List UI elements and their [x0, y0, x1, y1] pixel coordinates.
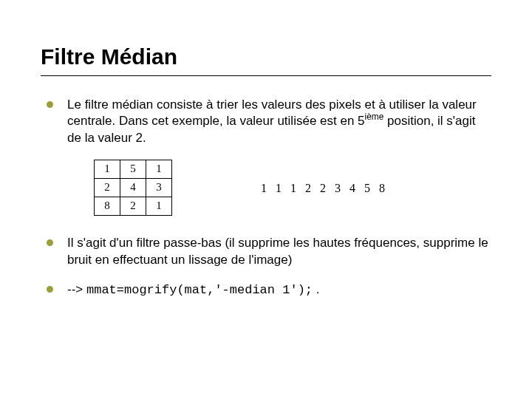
bullet-item-3: --> mmat=mogrify(mat,'-median 1'); . — [41, 282, 491, 299]
grid-cell: 5 — [120, 160, 146, 179]
grid-cell: 1 — [146, 197, 172, 216]
grid-cell: 1 — [95, 160, 120, 179]
bullet-3-code: mmat=mogrify(mat,'-median 1'); — [86, 283, 313, 297]
page-title: Filtre Médian — [41, 44, 491, 69]
bullet-1-superscript: ième — [365, 112, 384, 123]
bullet-item-2: Il s'agit d'un filtre passe-bas (il supp… — [41, 235, 491, 268]
grid-cell: 2 — [120, 197, 146, 216]
grid-cell: 2 — [95, 179, 120, 197]
bullet-3-suffix: . — [313, 282, 319, 296]
sorted-values: 1 1 1 2 2 3 4 5 8 — [261, 180, 388, 196]
figure-row: 1 5 1 2 4 3 8 2 1 1 1 1 2 2 3 4 — [94, 160, 491, 216]
grid-cell: 8 — [95, 197, 120, 216]
grid-cell: 1 — [146, 160, 172, 179]
bullet-list: Le filtre médian consiste à trier les va… — [41, 97, 491, 299]
bullet-item-1: Le filtre médian consiste à trier les va… — [41, 97, 491, 216]
pixel-grid: 1 5 1 2 4 3 8 2 1 — [94, 160, 172, 216]
grid-cell: 3 — [146, 179, 172, 197]
slide: Filtre Médian Le filtre médian consiste … — [0, 0, 532, 399]
grid-cell: 4 — [120, 179, 146, 197]
title-underline — [41, 75, 491, 76]
bullet-3-prefix: --> — [67, 282, 86, 296]
